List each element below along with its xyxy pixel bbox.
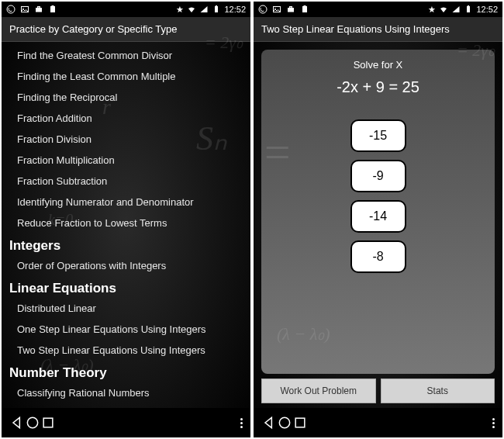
app-title: Practice by Category or Specific Type	[2, 17, 250, 42]
svg-rect-8	[216, 5, 217, 6]
answer-option[interactable]: -8	[350, 240, 406, 273]
wifi-icon	[439, 5, 448, 14]
bottom-buttons: Work Out Problem Stats	[254, 379, 502, 408]
nav-home-icon[interactable]	[277, 415, 292, 430]
svg-rect-3	[36, 8, 42, 12]
work-out-problem-button[interactable]: Work Out Problem	[261, 379, 376, 403]
list-item[interactable]: Classifying Rational Numbers	[2, 382, 250, 403]
svg-rect-10	[43, 418, 53, 427]
category-integers[interactable]: Integers	[2, 233, 250, 255]
list-item[interactable]: Finding the Reciprocal	[2, 87, 250, 108]
briefcase-icon	[34, 5, 43, 14]
phone-right: = 2γ₀ = (λ − λ₀) ★ 12:52 Two Step Linear…	[254, 2, 502, 437]
svg-rect-6	[52, 5, 54, 7]
answers-group: -15 -9 -14 -8	[350, 119, 406, 273]
list-item[interactable]: Identifying Numerator and Denominator	[2, 192, 250, 213]
svg-point-11	[259, 5, 267, 13]
prompt-text: Solve for X	[354, 59, 403, 71]
svg-rect-5	[50, 6, 55, 12]
nav-menu-icon[interactable]	[240, 418, 243, 428]
list-item[interactable]: Fraction Subtraction	[2, 171, 250, 192]
clipboard-icon	[300, 5, 309, 14]
list-item[interactable]: Reduce Fraction to Lowest Terms	[2, 213, 250, 233]
list-item[interactable]: Order of Operations with Integers	[2, 255, 250, 276]
briefcase-icon	[286, 5, 295, 14]
image-icon	[20, 5, 29, 14]
nav-back-icon[interactable]	[261, 415, 277, 430]
svg-rect-14	[288, 8, 294, 12]
wifi-icon	[187, 5, 196, 14]
nav-bar	[2, 408, 250, 437]
svg-point-9	[27, 417, 37, 427]
svg-point-20	[279, 417, 289, 427]
list-item[interactable]: One Step Linear Equations Using Integers	[2, 319, 250, 340]
svg-rect-19	[468, 5, 469, 6]
svg-point-0	[7, 5, 15, 13]
whatsapp-icon	[258, 5, 268, 14]
svg-rect-16	[302, 6, 307, 12]
list-item[interactable]: Fraction Division	[2, 129, 250, 150]
nav-home-icon[interactable]	[25, 415, 40, 430]
phone-left: = 2γ₀ Sₙ r k=0 (λ − λ₀) ★ 12:52 Practice…	[2, 2, 250, 437]
clipboard-icon	[48, 5, 57, 14]
nav-back-icon[interactable]	[9, 415, 25, 430]
signal-icon	[451, 5, 461, 14]
nav-recent-icon[interactable]	[40, 415, 56, 430]
svg-rect-17	[304, 5, 306, 7]
whatsapp-icon	[6, 5, 16, 14]
problem-card: Solve for X -2x + 9 = 25 -15 -9 -14 -8	[261, 50, 495, 374]
nav-bar	[254, 408, 502, 437]
svg-rect-21	[295, 418, 305, 427]
star-icon: ★	[176, 5, 184, 15]
stats-button[interactable]: Stats	[381, 379, 495, 403]
svg-rect-7	[215, 6, 218, 12]
answer-option[interactable]: -15	[350, 119, 406, 152]
star-icon: ★	[428, 5, 436, 15]
battery-icon	[464, 5, 473, 14]
category-linear-equations[interactable]: Linear Equations	[2, 276, 250, 298]
image-icon	[272, 5, 281, 14]
equation-text: -2x + 9 = 25	[337, 78, 419, 96]
list-item[interactable]: Finding the Least Common Multiple	[2, 66, 250, 87]
signal-icon	[199, 5, 209, 14]
answer-option[interactable]: -9	[350, 160, 406, 192]
list-item[interactable]: Fraction Multiplication	[2, 150, 250, 171]
list-item[interactable]: Fraction Addition	[2, 108, 250, 129]
svg-rect-4	[38, 7, 40, 9]
list-item[interactable]: Distributed Linear	[2, 298, 250, 319]
status-bar: ★ 12:52	[2, 2, 250, 17]
category-list[interactable]: Find the Greatest Common Divisor Finding…	[2, 42, 250, 408]
app-title: Two Step Linear Equations Using Integers	[254, 17, 502, 42]
battery-icon	[212, 5, 221, 14]
nav-menu-icon[interactable]	[492, 418, 495, 428]
status-bar: ★ 12:52	[254, 2, 502, 17]
category-number-theory[interactable]: Number Theory	[2, 361, 250, 382]
list-item[interactable]: Two Step Linear Equations Using Integers	[2, 340, 250, 361]
svg-rect-18	[467, 6, 470, 12]
clock-text: 12:52	[476, 5, 498, 14]
clock-text: 12:52	[224, 5, 246, 14]
svg-rect-15	[290, 7, 292, 9]
nav-recent-icon[interactable]	[292, 415, 308, 430]
answer-option[interactable]: -14	[350, 200, 406, 233]
list-item[interactable]: Find the Greatest Common Divisor	[2, 45, 250, 66]
